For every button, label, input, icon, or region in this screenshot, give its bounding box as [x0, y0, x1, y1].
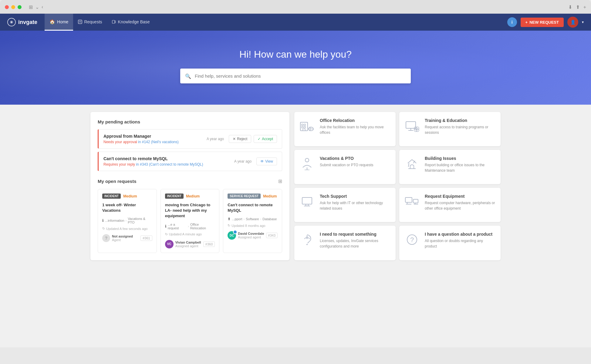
plus-icon: +	[525, 20, 528, 25]
nav-knowledge-base[interactable]: Knowledge Base	[107, 14, 155, 31]
priority-3: Medium	[263, 194, 277, 198]
svg-text:?: ?	[410, 236, 414, 244]
arrow-3a: ›	[244, 217, 245, 221]
pending-item-title-1: Approval from Manager	[103, 134, 179, 139]
agent-role-1: Agent	[112, 238, 133, 242]
request-something-icon	[299, 232, 315, 248]
view-button[interactable]: 👁 View	[256, 157, 277, 165]
badge-row-3: SERVICE REQUEST Medium	[228, 194, 278, 199]
equipment-icon	[404, 194, 420, 210]
svg-rect-14	[304, 126, 306, 128]
agent-avatar-wrapper-3: DC	[228, 231, 236, 240]
service-desc-6: Licenses, updates, InvGate services conf…	[320, 238, 391, 249]
ticket-num-2: #360	[203, 241, 215, 247]
nav-requests-label: Requests	[84, 19, 102, 24]
request-path-3: ⬆ ...pport › Software › Database	[228, 217, 278, 221]
request-card-3[interactable]: SERVICE REQUEST Medium Can't connect to …	[223, 189, 282, 253]
refresh-icon-1: ↻	[102, 227, 105, 231]
share-icon[interactable]: ⬆	[576, 4, 580, 10]
pending-item-sub-1: Needs your approval in #142 (Neil's vaca…	[103, 140, 179, 144]
logo-text: invgate	[18, 19, 37, 25]
nav-home[interactable]: 🏠 Home	[45, 14, 73, 31]
svg-point-25	[416, 129, 419, 132]
question-product-icon: ?	[404, 232, 420, 248]
service-info-vacations: Vacations & PTO Submit vacation or PTO r…	[320, 156, 373, 168]
service-card-office-relocation[interactable]: Office Relocation Ask the facilities tea…	[294, 112, 396, 146]
service-card-building[interactable]: Building Issues Report building or offic…	[399, 150, 501, 184]
refresh-icon-2: ↻	[165, 232, 168, 236]
info-icon-2: ℹ	[165, 224, 167, 228]
new-request-button[interactable]: + NEW REQUEST	[521, 18, 564, 27]
kb-icon	[112, 20, 116, 24]
service-desc-7: All question or doubts regarding any pro…	[425, 238, 496, 249]
add-tab-icon[interactable]: +	[583, 5, 586, 10]
pending-action-btns-1: ✕ Reject ✓ Accept	[229, 135, 277, 143]
browser-chrome: ⊞ ⌄ ‹ ⬇ ⬆ +	[0, 0, 591, 14]
pending-item-mysql: Can't connect to remote MySQL Requires y…	[98, 152, 282, 171]
pending-time-2: A year ago	[234, 159, 252, 163]
accept-button[interactable]: ✓ Accept	[254, 135, 277, 143]
service-info-training: Training & Education Request access to t…	[425, 118, 496, 135]
priority-2: Medium	[186, 194, 200, 198]
pending-link-2: in #343 (Can't connect to remote MySQL)	[136, 162, 203, 167]
service-name-0: Office Relocation	[320, 118, 391, 123]
pending-item-right-1: A year ago ✕ Reject ✓ Accept	[207, 135, 277, 143]
agent-avatar-1: ?	[102, 234, 110, 242]
service-card-request-something[interactable]: I need to request something Licenses, up…	[294, 226, 396, 260]
requests-icon	[78, 20, 82, 24]
reject-button[interactable]: ✕ Reject	[229, 135, 251, 143]
ticket-num-1: #361	[140, 235, 152, 241]
check-icon: ✓	[258, 137, 261, 141]
nav-kb-label: Knowledge Base	[118, 19, 150, 24]
request-card-2[interactable]: INCIDENT Medium moving from Chicago to L…	[160, 189, 220, 253]
pending-action-text-2: Requires your reply	[103, 162, 135, 167]
notification-button[interactable]: i	[507, 17, 517, 27]
nav-home-label: Home	[57, 19, 68, 24]
nav-requests[interactable]: Requests	[73, 14, 107, 31]
sidebar-toggle-icon[interactable]: ⊞	[29, 4, 33, 10]
main-content: My pending actions Approval from Manager…	[83, 105, 508, 268]
chevron-down-icon[interactable]: ⌄	[35, 4, 39, 10]
service-card-vacations[interactable]: Vacations & PTO Submit vacation or PTO r…	[294, 150, 396, 184]
svg-rect-12	[304, 124, 306, 126]
download-icon[interactable]: ⬇	[568, 4, 572, 10]
service-card-question-product[interactable]: ? I have a question about a product All …	[399, 226, 501, 260]
pending-item-sub-2: Requires your reply in #343 (Can't conne…	[103, 162, 203, 167]
search-input[interactable]	[180, 69, 411, 83]
service-name-4: Tech Support	[320, 194, 391, 199]
agent-name-3: David Coverdale	[238, 232, 264, 235]
open-requests-title: My open requests	[98, 179, 137, 184]
request-card-1[interactable]: INCIDENT Medium 1 week off- Winter Vacat…	[98, 189, 157, 253]
search-icon: 🔍	[185, 73, 191, 79]
close-dot[interactable]	[5, 5, 9, 9]
agent-name-2: Vivian Campbell	[175, 241, 201, 244]
pending-item-left-2: Can't connect to remote MySQL Requires y…	[103, 156, 203, 167]
training-icon	[404, 118, 420, 134]
search-bar: 🔍	[180, 69, 411, 83]
grid-view-icon[interactable]: ⊞	[278, 178, 282, 184]
svg-rect-38	[405, 197, 412, 202]
back-icon[interactable]: ‹	[42, 4, 43, 10]
minimize-dot[interactable]	[11, 5, 15, 9]
agent-role-2: Assigned agent	[175, 244, 201, 248]
office-relocation-icon	[299, 118, 315, 134]
browser-toolbar: ⬇ ⬆ +	[568, 3, 586, 11]
service-card-tech[interactable]: Tech Support Ask for help with IT or oth…	[294, 188, 396, 222]
user-avatar[interactable]: 👤	[567, 17, 578, 28]
maximize-dot[interactable]	[18, 5, 22, 9]
path-dest-3: Database	[262, 217, 277, 221]
service-card-training[interactable]: Training & Education Request access to t…	[399, 112, 501, 146]
service-card-equipment[interactable]: Request Equipment Request computer hardw…	[399, 188, 501, 222]
eye-icon: 👁	[260, 159, 264, 163]
agent-avatar-2: VC	[165, 240, 174, 248]
path-1: ...information	[105, 219, 124, 222]
request-path-1: ℹ ...information › Vacations & PTO	[102, 217, 152, 224]
avatar-chevron[interactable]: ▾	[582, 20, 584, 24]
refresh-icon-3: ↻	[228, 224, 230, 228]
arrow-2: ›	[188, 224, 189, 228]
agent-role-3: Assigned agent	[238, 235, 264, 239]
pending-link-1: in #142 (Neil's vacations)	[138, 140, 179, 144]
upload-icon-3: ⬆	[228, 217, 231, 221]
arrow-3b: ›	[260, 217, 262, 221]
pending-item-approval: Approval from Manager Needs your approva…	[98, 129, 282, 149]
